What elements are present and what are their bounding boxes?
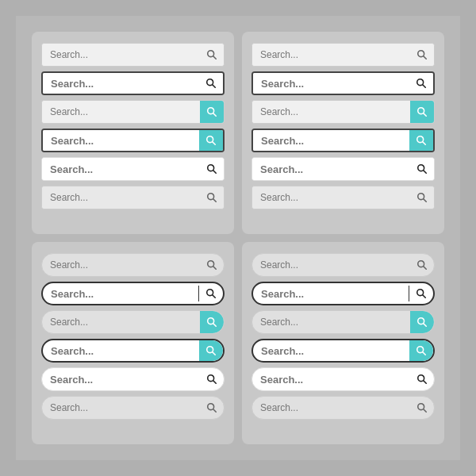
- search-input-top-left-4[interactable]: [42, 158, 200, 180]
- search-icon-btn-bottom-right-4[interactable]: [410, 368, 434, 390]
- search-input-bottom-left-4[interactable]: [42, 368, 200, 390]
- svg-line-39: [423, 295, 426, 298]
- search-input-bottom-right-5[interactable]: [252, 397, 410, 419]
- section-bottom-left: [32, 242, 234, 444]
- search-input-bottom-right-4[interactable]: [252, 368, 410, 390]
- search-input-bottom-left-0[interactable]: [42, 254, 200, 276]
- search-icon-btn-top-left-1[interactable]: [199, 73, 223, 94]
- search-bar-top-right-2: [251, 100, 435, 124]
- search-icon-btn-bottom-left-3[interactable]: [199, 340, 223, 361]
- svg-line-41: [424, 324, 427, 327]
- svg-line-19: [423, 142, 426, 145]
- search-input-top-left-2[interactable]: [42, 101, 200, 123]
- search-input-bottom-left-3[interactable]: [43, 340, 199, 361]
- search-input-top-left-3[interactable]: [43, 130, 199, 151]
- svg-line-21: [424, 171, 427, 174]
- search-icon-btn-top-right-5[interactable]: [410, 186, 434, 209]
- search-input-top-left-5[interactable]: [42, 186, 200, 209]
- search-icon-btn-top-left-2[interactable]: [200, 101, 224, 123]
- search-bar-top-left-5: [41, 186, 225, 209]
- search-icon-btn-bottom-left-1[interactable]: [199, 283, 223, 304]
- search-bar-top-left-3: [41, 129, 225, 152]
- search-bar-bottom-right-5: [251, 396, 435, 420]
- search-icon-btn-bottom-left-0[interactable]: [200, 254, 224, 276]
- main-container: [16, 16, 460, 460]
- svg-line-27: [213, 295, 216, 298]
- search-icon-btn-top-left-3[interactable]: [199, 130, 223, 151]
- search-icon-btn-bottom-left-4[interactable]: [200, 368, 224, 390]
- search-bar-bottom-left-4: [41, 367, 225, 391]
- svg-line-25: [213, 267, 217, 270]
- svg-line-5: [213, 113, 217, 117]
- search-icon-btn-top-right-3[interactable]: [409, 130, 433, 151]
- search-icon-btn-top-right-1[interactable]: [409, 73, 433, 94]
- search-input-top-right-5[interactable]: [252, 186, 410, 209]
- search-bar-top-left-1: [41, 71, 225, 95]
- search-input-top-right-4[interactable]: [252, 158, 410, 180]
- svg-line-7: [213, 142, 216, 145]
- svg-line-11: [213, 199, 217, 202]
- search-bar-bottom-right-1: [251, 282, 435, 305]
- search-icon-btn-bottom-right-5[interactable]: [410, 397, 434, 419]
- svg-line-47: [424, 409, 427, 413]
- search-input-bottom-right-0[interactable]: [252, 254, 410, 276]
- svg-line-15: [423, 85, 426, 88]
- search-bar-top-right-3: [251, 129, 435, 152]
- search-icon-btn-top-left-0[interactable]: [200, 44, 224, 66]
- search-bar-top-right-4: [251, 157, 435, 181]
- svg-line-23: [424, 199, 427, 202]
- search-bar-bottom-right-4: [251, 367, 435, 391]
- search-icon-btn-bottom-right-1[interactable]: [409, 283, 433, 304]
- section-top-right: [242, 32, 444, 234]
- svg-line-31: [213, 352, 216, 355]
- search-input-bottom-right-1[interactable]: [253, 283, 409, 304]
- section-top-left: [32, 32, 234, 234]
- search-icon-btn-top-left-5[interactable]: [200, 186, 224, 209]
- search-icon-btn-top-right-2[interactable]: [410, 101, 434, 123]
- search-icon-btn-bottom-left-5[interactable]: [200, 397, 224, 419]
- section-bottom-right: [242, 242, 444, 444]
- search-input-bottom-left-2[interactable]: [42, 311, 200, 333]
- search-icon-btn-bottom-right-2[interactable]: [410, 311, 434, 333]
- search-input-top-left-1[interactable]: [43, 73, 199, 94]
- search-bar-bottom-left-5: [41, 396, 225, 420]
- search-bar-top-left-2: [41, 100, 225, 124]
- svg-line-1: [213, 56, 217, 60]
- search-icon-btn-top-left-4[interactable]: [200, 158, 224, 180]
- search-input-bottom-right-3[interactable]: [253, 340, 409, 361]
- svg-line-35: [213, 409, 217, 413]
- svg-line-33: [213, 381, 217, 384]
- search-icon-btn-bottom-right-3[interactable]: [409, 340, 433, 361]
- svg-line-13: [424, 56, 427, 60]
- search-icon-btn-top-right-0[interactable]: [410, 44, 434, 66]
- svg-line-29: [213, 324, 217, 327]
- svg-line-17: [424, 113, 427, 117]
- search-bar-bottom-right-3: [251, 339, 435, 363]
- svg-line-43: [423, 352, 426, 355]
- search-input-top-right-1[interactable]: [253, 73, 409, 94]
- search-icon-btn-top-right-4[interactable]: [410, 158, 434, 180]
- search-input-bottom-left-1[interactable]: [43, 283, 198, 304]
- search-bar-top-right-0: [251, 43, 435, 67]
- search-input-bottom-left-5[interactable]: [42, 397, 200, 419]
- search-bar-bottom-left-3: [41, 339, 225, 363]
- svg-line-3: [213, 85, 216, 88]
- svg-line-45: [424, 381, 427, 384]
- search-bar-bottom-left-1: [41, 282, 225, 305]
- search-bar-top-right-1: [251, 71, 435, 95]
- search-input-top-right-0[interactable]: [252, 44, 410, 66]
- search-input-top-left-0[interactable]: [42, 44, 200, 66]
- svg-line-37: [424, 267, 427, 270]
- search-icon-btn-bottom-left-2[interactable]: [200, 311, 224, 333]
- search-bar-bottom-right-2: [251, 310, 435, 334]
- search-bar-top-right-5: [251, 186, 435, 209]
- search-input-bottom-right-2[interactable]: [252, 311, 410, 333]
- search-icon-btn-bottom-right-0[interactable]: [410, 254, 434, 276]
- search-bar-bottom-left-0: [41, 253, 225, 277]
- search-input-top-right-3[interactable]: [253, 130, 409, 151]
- search-input-top-right-2[interactable]: [252, 101, 410, 123]
- search-bar-bottom-right-0: [251, 253, 435, 277]
- search-bar-top-left-4: [41, 157, 225, 181]
- search-bar-top-left-0: [41, 43, 225, 67]
- search-bar-bottom-left-2: [41, 310, 225, 334]
